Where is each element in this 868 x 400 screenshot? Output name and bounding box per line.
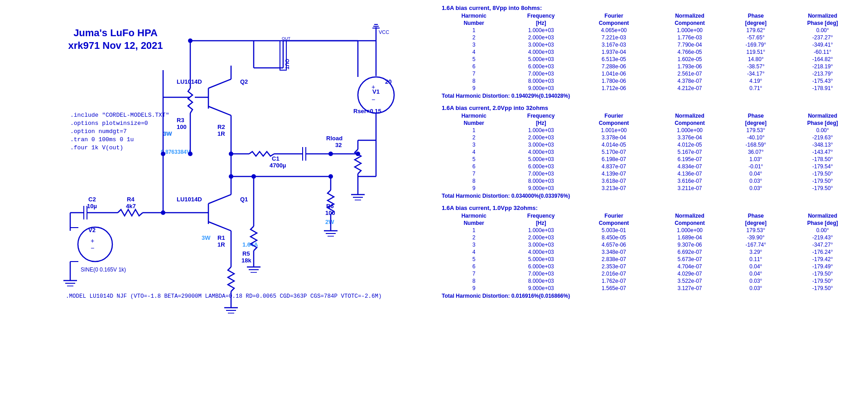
cell-1-6-0: 7: [442, 70, 506, 77]
cell-2-8-4: 0.03°: [728, 185, 784, 192]
cell-3-8-5: -179.50°: [784, 285, 861, 292]
cell-1-2-1: 3.000e+03: [506, 41, 576, 48]
svg-text:.tran 0 100ms 0 1u: .tran 0 100ms 0 1u: [70, 136, 134, 143]
col-header-2-4: Phase: [728, 112, 784, 119]
cell-2-2-3: 4.012e-05: [652, 141, 728, 148]
cell-1-8-1: 9.000e+03: [506, 85, 576, 92]
cell-1-1-0: 2: [442, 34, 506, 41]
cell-2-1-1: 2.000e+03: [506, 134, 576, 141]
col-header-3-5: Normalized: [784, 212, 861, 219]
cell-3-1-2: 8.450e-05: [576, 234, 652, 241]
col-subheader-1-4: [degree]: [728, 19, 784, 27]
svg-text:100: 100: [177, 124, 187, 130]
svg-point-139: [161, 210, 165, 215]
cell-2-1-5: -219.63°: [784, 134, 861, 141]
cell-3-5-5: -179.49°: [784, 263, 861, 270]
cell-2-0-4: 179.53°: [728, 127, 784, 134]
cell-2-2-5: -348.13°: [784, 141, 861, 148]
cell-2-7-2: 3.618e-07: [576, 177, 652, 185]
svg-text:10µ: 10µ: [87, 203, 97, 210]
cell-2-6-2: 4.139e-07: [576, 170, 652, 177]
svg-text:Q1: Q1: [240, 196, 248, 203]
col-subheader-1-5: Phase [deg]: [784, 19, 861, 27]
cell-2-0-5: 0.00°: [784, 127, 861, 134]
cell-1-8-4: 0.71°: [728, 85, 784, 92]
col-header-1-3: Normalized: [652, 12, 728, 19]
cell-1-1-5: -237.27°: [784, 34, 861, 41]
cell-2-4-5: -178.50°: [784, 156, 861, 163]
cell-3-4-5: -179.42°: [784, 256, 861, 263]
col-subheader-1-1: [Hz]: [506, 19, 576, 27]
cell-1-4-2: 6.513e-05: [576, 56, 652, 63]
section-3: 1.6A bias current, 1.0Vpp 32ohms:Harmoni…: [442, 205, 861, 299]
cell-2-1-2: 3.378e-04: [576, 134, 652, 141]
cell-3-0-5: 0.00°: [784, 227, 861, 234]
section-2: 1.6A bias current, 2.0Vpp into 32ohmsHar…: [442, 105, 861, 199]
col-header-1-5: Normalized: [784, 12, 861, 19]
cell-1-7-2: 1.780e-06: [576, 77, 652, 85]
col-subheader-3-0: Number: [442, 219, 506, 227]
cell-2-7-0: 8: [442, 177, 506, 185]
col-header-3-0: Harmonic: [442, 212, 506, 219]
table-row: 55.000e+036.198e-076.195e-071.03°-178.50…: [442, 156, 861, 163]
cell-3-4-0: 5: [442, 256, 506, 263]
cell-3-4-4: 0.11°: [728, 256, 784, 263]
cell-2-4-2: 6.198e-07: [576, 156, 652, 163]
cell-3-0-3: 1.000e+00: [652, 227, 728, 234]
col-header-2-2: Fourier: [576, 112, 652, 119]
cell-3-2-2: 4.657e-06: [576, 241, 652, 248]
cell-2-8-2: 3.213e-07: [576, 185, 652, 192]
cell-3-8-3: 3.127e-07: [652, 285, 728, 292]
cell-2-7-3: 3.616e-07: [652, 177, 728, 185]
svg-line-98: [208, 195, 231, 204]
svg-text:3W: 3W: [202, 234, 211, 241]
svg-text:OUT: OUT: [285, 59, 290, 70]
table-row: 88.000e+033.618e-073.616e-070.03°-179.50…: [442, 177, 861, 185]
table-row: 44.000e+033.348e-076.692e-073.29°-176.24…: [442, 248, 861, 256]
cell-2-6-0: 7: [442, 170, 506, 177]
cell-2-5-1: 6.000e+03: [506, 163, 576, 170]
svg-text:−: −: [91, 244, 94, 252]
cell-2-7-5: -179.50°: [784, 177, 861, 185]
cell-2-2-2: 4.014e-05: [576, 141, 652, 148]
cell-3-2-4: -167.74°: [728, 241, 784, 248]
svg-text:R5: R5: [242, 250, 250, 257]
cell-1-7-0: 8: [442, 77, 506, 85]
svg-text:4700µ: 4700µ: [270, 162, 286, 169]
svg-text:LU1014D: LU1014D: [177, 196, 202, 203]
cell-1-3-2: 1.937e-04: [576, 48, 652, 56]
cell-2-4-3: 6.195e-07: [652, 156, 728, 163]
cell-2-5-0: 6: [442, 163, 506, 170]
svg-text:20: 20: [385, 78, 391, 85]
cell-3-3-5: -176.24°: [784, 248, 861, 256]
thd-3: Total Harmonic Distortion: 0.016916%(0.0…: [442, 293, 861, 299]
cell-1-4-4: 14.80°: [728, 56, 784, 63]
table-row: 22.000e+038.450e-051.689e-04-39.90°-219.…: [442, 234, 861, 241]
cell-2-6-3: 4.136e-07: [652, 170, 728, 177]
cell-2-8-5: -179.50°: [784, 185, 861, 192]
cell-2-2-4: -168.59°: [728, 141, 784, 148]
table-row: 11.000e+035.003e-011.000e+00179.53°0.00°: [442, 227, 861, 234]
cell-3-0-4: 179.53°: [728, 227, 784, 234]
cell-2-3-3: 5.167e-07: [652, 148, 728, 156]
svg-text:32: 32: [335, 142, 342, 148]
cell-3-7-0: 8: [442, 277, 506, 285]
col-header-3-2: Fourier: [576, 212, 652, 219]
table-row: 22.000e+033.378e-043.376e-04-40.10°-219.…: [442, 134, 861, 141]
col-header-3-1: Frequency: [506, 212, 576, 219]
table-row: 44.000e+035.170e-075.167e-0736.07°-143.4…: [442, 148, 861, 156]
cell-3-1-1: 2.000e+03: [506, 234, 576, 241]
svg-point-120: [328, 174, 333, 179]
svg-text:−: −: [371, 96, 375, 103]
table-row: 33.000e+034.657e-069.307e-06-167.74°-347…: [442, 241, 861, 248]
cell-2-4-4: 1.03°: [728, 156, 784, 163]
cell-1-7-4: 4.19°: [728, 77, 784, 85]
svg-text:R3: R3: [177, 117, 184, 124]
cell-2-7-1: 8.000e+03: [506, 177, 576, 185]
cell-1-0-5: 0.00°: [784, 27, 861, 34]
col-subheader-2-2: Component: [576, 119, 652, 127]
cell-3-5-3: 4.704e-07: [652, 263, 728, 270]
cell-1-8-5: -178.91°: [784, 85, 861, 92]
svg-line-66: [208, 79, 231, 88]
col-subheader-3-4: [degree]: [728, 219, 784, 227]
